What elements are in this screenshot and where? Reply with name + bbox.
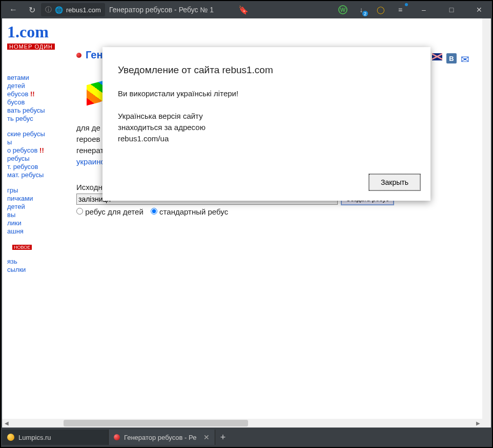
scroll-left-icon[interactable]: ◀ — [2, 419, 11, 428]
page-title: Генератор ребусов - Ребус № 1 — [109, 6, 214, 14]
menu-icon[interactable]: ≡ — [395, 4, 406, 15]
tab-close-icon[interactable]: ✕ — [203, 433, 210, 441]
new-badge: НОВОЕ — [12, 245, 32, 250]
back-button[interactable]: ← — [7, 4, 19, 16]
page-viewport: 1.com НОМЕР ОДИН B ✉ ветами детей ебусов… — [2, 18, 482, 419]
tab-label: Lumpics.ru — [18, 434, 51, 441]
sidebar-item[interactable]: сылки — [7, 266, 74, 274]
lock-icon: 🌐 — [55, 6, 63, 14]
bullet-icon — [76, 53, 81, 58]
radio-standard[interactable]: стандартный ребус — [151, 207, 228, 216]
sidebar-item[interactable]: о ребусов !! — [7, 146, 74, 155]
sidebar-item[interactable]: мат. ребусы — [7, 171, 74, 179]
sidebar-nav: ветами детей ебусов !! бусов вать ребусы… — [2, 49, 74, 274]
wappalyzer-icon[interactable]: W — [338, 5, 347, 14]
maximize-button[interactable]: □ — [442, 3, 461, 17]
sidebar-item[interactable]: ребусы — [7, 155, 74, 163]
horizontal-scrollbar[interactable]: ◀ ▶ — [2, 419, 482, 428]
sidebar-item[interactable]: ть ребус — [7, 115, 74, 123]
reload-button[interactable]: ↻ — [26, 4, 38, 16]
sidebar-item[interactable]: ашня — [7, 227, 74, 236]
minimize-button[interactable]: – — [414, 3, 434, 17]
browser-titlebar: ← ↻ ⓘ 🌐 rebus1.com Генератор ребусов - Р… — [1, 1, 492, 18]
site-notification-dialog: Уведомление от сайта rebus1.com Ви викор… — [102, 47, 430, 201]
sidebar-item[interactable]: детей — [7, 203, 74, 211]
tab-bar: Lumpics.ru Генератор ребусов - Ре ✕ + — [2, 429, 491, 446]
new-tab-button[interactable]: + — [215, 430, 231, 445]
radio-children[interactable]: ребус для детей — [76, 207, 143, 216]
scroll-corner — [482, 419, 491, 428]
close-button[interactable]: ✕ — [469, 3, 489, 17]
vertical-scrollbar[interactable] — [482, 18, 491, 419]
sidebar-item[interactable]: ы — [7, 138, 74, 146]
content-area: 1.com НОМЕР ОДИН B ✉ ветами детей ебусов… — [2, 18, 491, 428]
scroll-right-icon[interactable]: ▶ — [474, 419, 482, 428]
site-logo[interactable]: 1.com — [2, 18, 482, 41]
dialog-body: Ви використали українські літери! Україн… — [118, 88, 415, 144]
tab-favicon-icon — [7, 434, 14, 441]
horizontal-scroll-thumb[interactable] — [64, 420, 248, 426]
sidebar-item[interactable]: гры — [7, 186, 74, 195]
sidebar-item[interactable]: лики — [7, 219, 74, 227]
sidebar-item[interactable]: пичками — [7, 195, 74, 203]
downloads-icon[interactable]: ↓2 — [356, 4, 367, 15]
sidebar-item[interactable]: вы — [7, 211, 74, 219]
sidebar-item[interactable]: детей — [7, 82, 74, 90]
sidebar-item[interactable]: бусов — [7, 98, 74, 106]
dialog-title: Уведомление от сайта rebus1.com — [118, 65, 415, 76]
dialog-close-button[interactable]: Закрыть — [369, 174, 420, 190]
extension-icon[interactable]: ◯ — [375, 4, 386, 15]
tab-label: Генератор ребусов - Ре — [124, 434, 196, 441]
address-bar[interactable]: ⓘ 🌐 rebus1.com — [41, 3, 105, 16]
tab-lumpics[interactable]: Lumpics.ru — [2, 430, 109, 445]
url-domain: rebus1.com — [66, 6, 101, 14]
sidebar-item[interactable]: язь — [7, 258, 74, 266]
tab-favicon-icon — [114, 434, 120, 440]
sidebar-item[interactable]: вать ребусы — [7, 106, 74, 115]
sidebar-item[interactable]: ские ребусы — [7, 130, 74, 138]
sidebar-item[interactable]: ебусов !! — [7, 90, 74, 98]
bookmark-icon[interactable]: 🔖 — [237, 4, 250, 16]
sidebar-item[interactable]: ветами — [7, 74, 74, 82]
sidebar-item[interactable]: т. ребусов — [7, 163, 74, 171]
site-info-icon: ⓘ — [45, 5, 52, 14]
tab-rebus[interactable]: Генератор ребусов - Ре ✕ — [109, 430, 215, 445]
radio-group: ребус для детей стандартный ребус — [76, 207, 477, 216]
